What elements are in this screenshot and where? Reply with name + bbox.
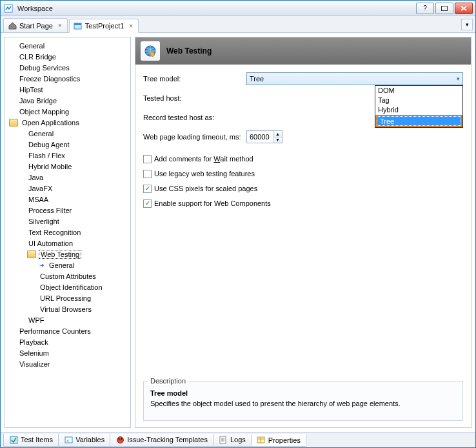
tab-label: Issue-Tracking Templates — [127, 436, 208, 443]
tree-node-label: Silverlight — [27, 218, 61, 225]
tabstrip-dropdown-button[interactable]: ▾ — [461, 19, 473, 30]
webcomponents-label: Enable support for Web Components — [154, 199, 271, 207]
tab-close-icon[interactable]: × — [128, 23, 134, 30]
timeout-input[interactable] — [247, 131, 273, 143]
tab-test-items[interactable]: Test Items — [3, 434, 59, 447]
folder-icon — [9, 119, 18, 127]
spin-up-button[interactable]: ▲ — [273, 131, 282, 137]
tree-node[interactable]: Freeze Diagnostics — [6, 73, 129, 84]
svg-point-10 — [121, 438, 122, 440]
webcomponents-checkbox[interactable] — [143, 199, 152, 208]
tree-node[interactable]: Object Mapping — [6, 106, 129, 117]
tree-node[interactable]: Debug Agent — [6, 139, 129, 150]
tree-node-label: Hybrid Mobile — [27, 163, 73, 170]
tree-node[interactable]: Performance Counters — [6, 325, 129, 336]
css-pixels-label: Use CSS pixels for scaled pages — [154, 185, 257, 192]
tree-node[interactable]: Playback — [6, 336, 129, 347]
dropdown-option-tree[interactable]: Tree — [375, 115, 462, 127]
spin-down-button[interactable]: ▼ — [273, 137, 282, 143]
tab-start-page[interactable]: Start Page × — [3, 18, 68, 32]
tree-node-label: Object Mapping — [18, 108, 70, 116]
tree-node[interactable]: Selenium — [6, 347, 129, 358]
tree-model-dropdown-list[interactable]: DOM Tag Hybrid Tree — [375, 85, 463, 128]
tree-node-label: Visualizer — [18, 360, 52, 368]
tree-node-label: General — [48, 261, 75, 269]
tree-node[interactable]: UI Automation — [6, 238, 129, 249]
css-pixels-checkbox[interactable] — [143, 185, 152, 193]
tree-node[interactable]: Silverlight — [6, 216, 129, 227]
add-comments-checkbox[interactable] — [143, 155, 152, 163]
tree-node[interactable]: Object Identification — [6, 281, 129, 292]
tree-node[interactable]: Hybrid Mobile — [6, 161, 129, 172]
tree-node[interactable]: Virtual Browsers — [6, 303, 129, 314]
tab-properties[interactable]: Properties — [251, 434, 306, 447]
tree-node[interactable]: Web Testing — [6, 249, 129, 260]
tree-node-label: CLR Bridge — [18, 53, 57, 61]
tree-node-label: Virtual Browsers — [39, 305, 93, 313]
dropdown-option-dom[interactable]: DOM — [375, 86, 462, 96]
tree-node-label: WPF — [27, 316, 45, 324]
chevron-down-icon: ▾ — [457, 76, 460, 82]
tree-node[interactable]: Open Applications — [6, 117, 129, 128]
tree-node-label: MSAA — [27, 196, 50, 203]
tree-node-label: URL Processing — [39, 294, 92, 302]
tree-node[interactable]: Visualizer — [6, 358, 129, 369]
tree-node[interactable]: Process Filter — [6, 205, 129, 216]
tree-node[interactable]: URL Processing — [6, 292, 129, 303]
timeout-spinner[interactable]: ▲ ▼ — [246, 130, 283, 143]
project-icon — [74, 21, 83, 30]
tree-node-label: UI Automation — [27, 239, 74, 247]
maximize-button[interactable] — [435, 3, 453, 14]
properties-icon — [257, 436, 266, 445]
tree-node-label: Java — [27, 174, 45, 181]
titlebar: Workspace ? — [1, 1, 475, 16]
tree-node-label: Freeze Diagnostics — [18, 75, 81, 83]
app-icon — [3, 3, 14, 14]
tree-node[interactable]: CLR Bridge — [6, 51, 129, 62]
svg-rect-1 — [442, 6, 448, 10]
tree-node[interactable]: Java — [6, 172, 129, 183]
tree-node-label: Flash / Flex — [27, 152, 66, 159]
tree-node[interactable]: Debug Services — [6, 62, 129, 73]
tree-node[interactable]: Java Bridge — [6, 95, 129, 106]
close-button[interactable] — [455, 3, 473, 14]
legacy-checkbox[interactable] — [143, 170, 152, 178]
help-button[interactable]: ? — [416, 3, 434, 14]
tree-node[interactable]: JavaFX — [6, 183, 129, 194]
tree-node-label: HipTest — [18, 86, 45, 94]
tree-model-label: Tree model: — [143, 75, 246, 83]
tree-node[interactable]: MSAA — [6, 194, 129, 205]
tree-node-label: Web Testing — [39, 250, 81, 259]
add-comments-label: Add comments for Wait method — [154, 155, 253, 163]
tab-close-icon[interactable]: × — [57, 22, 63, 29]
tree-node-label: General — [18, 42, 46, 50]
tree-node[interactable]: Custom Attributes — [6, 270, 129, 281]
svg-text:x: x — [66, 438, 69, 443]
tree-node-label: Object Identification — [39, 283, 104, 291]
tested-host-label: Tested host: — [143, 94, 246, 102]
tree-node[interactable]: WPF — [6, 314, 129, 325]
tab-testproject1[interactable]: TestProject1 × — [69, 19, 139, 33]
tree-node[interactable]: Flash / Flex — [6, 150, 129, 161]
tab-issue-tracking[interactable]: Issue-Tracking Templates — [110, 434, 213, 447]
document-tabstrip: Start Page × TestProject1 × ▾ — [1, 16, 475, 33]
tree-node[interactable]: ➔General — [6, 260, 129, 270]
tab-logs[interactable]: Logs — [213, 434, 252, 447]
tree-model-combobox[interactable]: Tree ▾ — [246, 72, 463, 85]
dropdown-option-hybrid[interactable]: Hybrid — [375, 105, 462, 115]
tree-node-label: Java Bridge — [18, 97, 58, 105]
tree-node[interactable]: General — [6, 128, 129, 139]
dropdown-option-tag[interactable]: Tag — [375, 96, 462, 105]
tab-label: Properties — [268, 436, 301, 444]
category-tree[interactable]: GeneralCLR BridgeDebug ServicesFreeze Di… — [5, 37, 131, 428]
tree-node[interactable]: HipTest — [6, 84, 129, 95]
tab-label: Test Items — [21, 436, 53, 443]
panel-header: Web Testing — [135, 37, 471, 65]
folder-icon — [27, 250, 36, 258]
tree-node-label: Debug Agent — [27, 141, 71, 148]
tab-label: TestProject1 — [85, 22, 124, 30]
tree-node[interactable]: General — [6, 40, 129, 51]
settings-panel: Web Testing Tree model: Tree ▾ Tested ho… — [135, 37, 471, 428]
tree-node[interactable]: Text Recognition — [6, 227, 129, 238]
tab-variables[interactable]: x Variables — [58, 434, 110, 447]
